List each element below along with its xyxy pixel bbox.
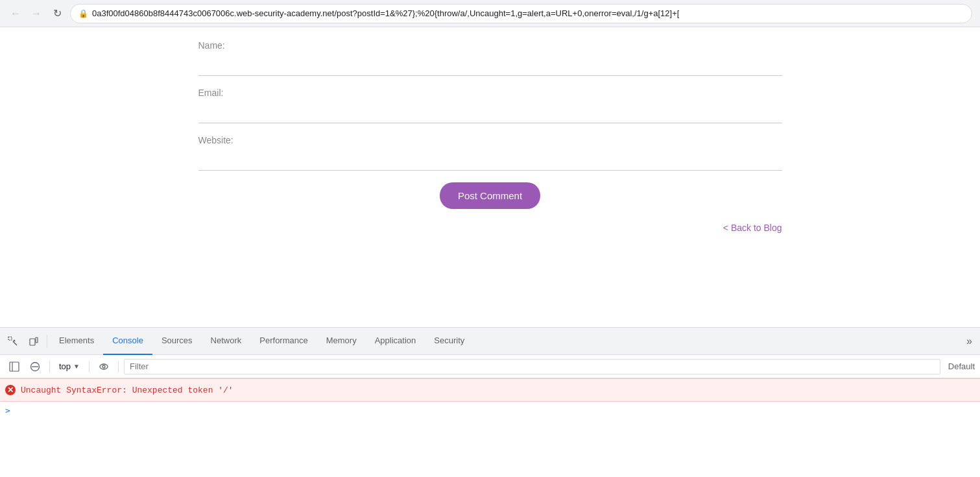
email-group: Email: <box>198 88 782 123</box>
svg-rect-2 <box>36 337 38 343</box>
tab-network[interactable]: Network <box>202 328 251 355</box>
error-row: ✕ Uncaught SyntaxError: Unexpected token… <box>0 378 980 402</box>
tab-security[interactable]: Security <box>425 328 473 355</box>
email-label: Email: <box>198 88 782 98</box>
website-group: Website: <box>198 135 782 171</box>
tab-elements[interactable]: Elements <box>50 328 103 355</box>
svg-rect-0 <box>8 337 12 340</box>
website-label: Website: <box>198 135 782 145</box>
error-icon: ✕ <box>5 385 16 395</box>
context-dropdown-icon: ▼ <box>73 363 80 370</box>
name-label: Name: <box>198 40 782 51</box>
tab-divider-1 <box>47 335 47 348</box>
prompt-row: > <box>0 402 980 419</box>
element-picker-icon[interactable] <box>3 331 23 352</box>
more-tabs-button[interactable]: » <box>961 336 977 347</box>
console-toolbar: top ▼ Default <box>0 355 980 378</box>
svg-point-8 <box>102 365 105 368</box>
eye-icon[interactable] <box>95 358 113 376</box>
back-to-blog-link[interactable]: < Back to Blog <box>723 223 782 233</box>
reload-button[interactable]: ↻ <box>49 6 65 21</box>
website-input[interactable] <box>198 149 782 171</box>
toolbar-divider-1 <box>49 361 50 373</box>
name-group: Name: <box>198 40 782 76</box>
post-comment-button[interactable]: Post Comment <box>440 182 540 209</box>
error-message: Uncaught SyntaxError: Unexpected token '… <box>21 385 233 395</box>
page-content: Name: Email: Website: Post Comment < Bac… <box>0 27 980 327</box>
svg-rect-3 <box>10 362 19 371</box>
forward-button[interactable]: → <box>29 6 44 21</box>
console-prompt[interactable]: > <box>5 406 10 415</box>
devtools-tabs-bar: Elements Console Sources Network Perform… <box>0 328 980 355</box>
console-output: ✕ Uncaught SyntaxError: Unexpected token… <box>0 378 980 419</box>
tab-sources[interactable]: Sources <box>152 328 202 355</box>
default-label: Default <box>948 361 975 371</box>
tab-application[interactable]: Application <box>366 328 425 355</box>
form-container: Name: Email: Website: Post Comment <box>198 40 782 209</box>
device-toolbar-icon[interactable] <box>23 331 44 352</box>
browser-chrome: ← → ↻ 🔒 0a3f00fd04860b8f8444743c0067006c… <box>0 0 980 27</box>
devtools-panel: Elements Console Sources Network Perform… <box>0 327 980 477</box>
context-label: top <box>59 361 71 371</box>
svg-rect-1 <box>30 339 35 345</box>
svg-point-7 <box>100 364 108 369</box>
email-input[interactable] <box>198 102 782 123</box>
tab-memory[interactable]: Memory <box>317 328 366 355</box>
back-button[interactable]: ← <box>8 6 23 21</box>
sidebar-toggle-icon[interactable] <box>5 358 23 376</box>
tab-performance[interactable]: Performance <box>250 328 317 355</box>
name-input[interactable] <box>198 55 782 76</box>
address-bar[interactable]: 🔒 0a3f00fd04860b8f8444743c0067006c.web-s… <box>70 4 972 23</box>
clear-console-icon[interactable] <box>26 358 44 376</box>
context-selector[interactable]: top ▼ <box>55 360 84 373</box>
tab-console[interactable]: Console <box>103 328 152 355</box>
back-to-blog-container: < Back to Blog <box>198 222 782 234</box>
toolbar-divider-3 <box>118 361 119 373</box>
filter-input[interactable] <box>124 359 940 374</box>
lock-icon: 🔒 <box>78 9 88 18</box>
toolbar-divider-2 <box>89 361 90 373</box>
url-text: 0a3f00fd04860b8f8444743c0067006c.web-sec… <box>92 8 679 18</box>
